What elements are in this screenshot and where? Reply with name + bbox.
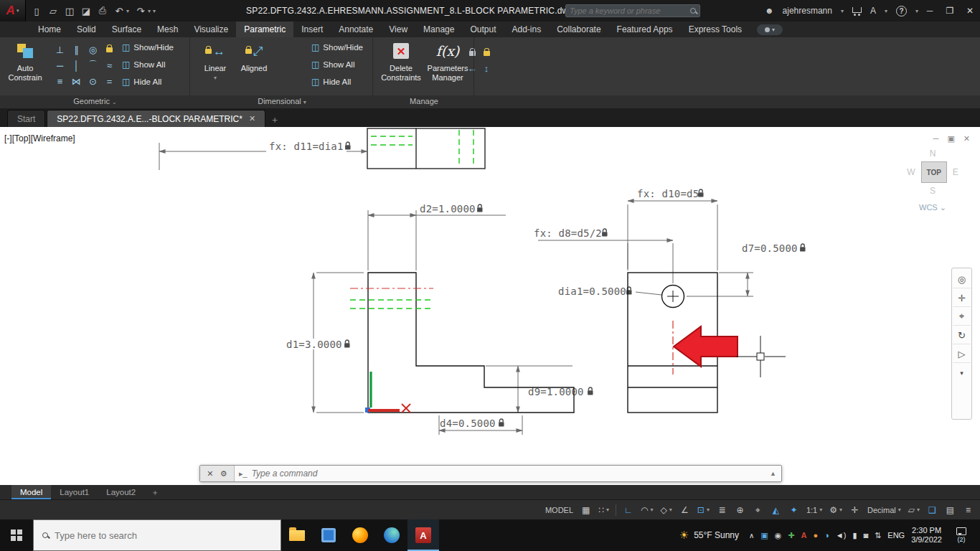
ortho-mode-toggle[interactable]	[620, 502, 636, 518]
lock-constraint-icon[interactable]	[484, 47, 490, 58]
close-button[interactable]: ✕	[960, 0, 980, 22]
command-line[interactable]: ✕ ⚙ ▸_ ▲	[199, 465, 782, 482]
dimension-form-icon[interactable]: ↕	[484, 63, 489, 74]
weather-widget[interactable]: ☀ 55°F Sunny	[679, 529, 739, 542]
units-button[interactable]: Decimal	[864, 502, 904, 518]
redo-icon[interactable]: ↷	[136, 6, 146, 17]
dimensional-show-all-button[interactable]: Show All	[311, 57, 373, 72]
tab-featured-apps[interactable]: Featured Apps	[609, 22, 681, 37]
tab-add-ins[interactable]: Add-ins	[504, 22, 550, 37]
dimension-labels[interactable]: fx: d11=dia1 d2=1.0000 d1=3.0000 d9=1.00…	[269, 141, 798, 429]
viewcube-top-face[interactable]: TOP	[921, 161, 947, 183]
remote-desktop-tray-icon[interactable]	[760, 531, 768, 540]
firefox-icon[interactable]	[344, 519, 376, 551]
viewport-minimize-icon[interactable]: ─	[933, 134, 939, 143]
snap-mode-toggle[interactable]	[595, 502, 612, 518]
parameters-manager-button[interactable]: f(x) Parameters Manager	[425, 39, 470, 83]
globe-tray-icon[interactable]	[775, 531, 782, 540]
dimensional-flyout-icon[interactable]: ▾	[303, 99, 306, 105]
viewport-close-icon[interactable]: ✕	[963, 134, 970, 143]
pan-icon[interactable]	[953, 289, 971, 307]
new-icon[interactable]: ▯	[32, 6, 42, 17]
start-button[interactable]	[0, 519, 33, 551]
model-tab[interactable]: Model	[11, 485, 51, 499]
ucs-icon[interactable]	[365, 372, 410, 413]
viewcube-north[interactable]: N	[930, 149, 936, 159]
autodesk-tray-icon[interactable]	[801, 531, 807, 540]
taskbar-search[interactable]	[33, 519, 281, 551]
top-view-geometry[interactable]	[367, 128, 485, 169]
drawing-viewport[interactable]: fx: d11=dia1 d2=1.0000 d1=3.0000 d9=1.00…	[0, 127, 980, 485]
tab-surface[interactable]: Surface	[104, 22, 149, 37]
annotation-arrow[interactable]	[674, 326, 738, 367]
viewcube[interactable]: N W TOP E S WCS ⌄	[897, 149, 969, 212]
lineweight-toggle[interactable]	[714, 502, 730, 518]
help-icon[interactable]: ?	[896, 6, 907, 17]
app-menu-button[interactable]: A▾	[0, 0, 26, 22]
tab-view[interactable]: View	[381, 22, 415, 37]
start-tab[interactable]: Start	[7, 110, 45, 127]
object-snap-toggle[interactable]	[694, 502, 712, 518]
signed-in-user[interactable]: ajehresmann	[783, 6, 832, 16]
dimensional-hide-all-button[interactable]: Hide All	[311, 75, 373, 89]
user-menu-caret-icon[interactable]: ▾	[841, 8, 844, 14]
drawing-tab[interactable]: SP22.DFTG.2432.A.E...-BLOCK PARAMETRIC*✕	[47, 110, 265, 127]
viewport-controls-label[interactable]: [-][Top][Wireframe]	[4, 133, 75, 143]
orange-app-tray-icon[interactable]	[814, 531, 819, 540]
layout1-tab[interactable]: Layout1	[51, 485, 98, 499]
annotation-scale-button[interactable]: 1:1	[804, 502, 825, 518]
tab-home[interactable]: Home	[30, 22, 69, 37]
command-close-icon[interactable]: ✕	[207, 469, 213, 479]
isometric-drafting-toggle[interactable]	[658, 502, 675, 518]
tab-insert[interactable]: Insert	[293, 22, 331, 37]
new-drawing-tab-button[interactable]: ＋	[267, 113, 283, 127]
delete-constraints-button[interactable]: ✕ Delete Constraints	[380, 39, 423, 83]
manage-panel-label[interactable]: Manage	[374, 97, 474, 105]
tab-mesh[interactable]: Mesh	[149, 22, 186, 37]
isolate-objects-button[interactable]	[905, 502, 923, 518]
polar-tracking-toggle[interactable]	[638, 502, 656, 518]
restore-button[interactable]: ❐	[940, 0, 960, 22]
headset-icon[interactable]	[863, 531, 868, 540]
shield-tray-icon[interactable]	[788, 531, 794, 540]
geometric-panel-label[interactable]: Geometric ⌄	[0, 97, 190, 105]
drawing-canvas[interactable]: fx: d11=dia1 d2=1.0000 d1=3.0000 d9=1.00…	[0, 127, 980, 485]
help-search-box[interactable]	[565, 4, 700, 17]
hidden-icons-chevron[interactable]	[749, 532, 754, 540]
qat-menu-icon[interactable]: ▾	[153, 8, 156, 14]
user-avatar-icon[interactable]: ☻	[765, 6, 774, 16]
search-icon[interactable]	[690, 8, 696, 14]
taskbar-search-input[interactable]	[55, 530, 272, 541]
notification-center-button[interactable]: (2)	[948, 527, 974, 543]
tangent-icon[interactable]	[85, 57, 101, 73]
cart-icon[interactable]	[852, 7, 862, 13]
battery-icon[interactable]	[852, 531, 857, 540]
top-view-selected-hidden-lines[interactable]	[371, 130, 473, 167]
clock[interactable]: 2:30 PM 3/9/2022	[911, 526, 942, 545]
annotation-visibility-toggle[interactable]	[768, 502, 784, 518]
zoom-icon[interactable]	[953, 308, 971, 326]
selection-cycling-toggle[interactable]	[732, 502, 748, 518]
minimize-button[interactable]: ─	[920, 0, 940, 22]
grid-display-toggle[interactable]	[578, 502, 594, 518]
tab-express-tools[interactable]: Express Tools	[681, 22, 750, 37]
photos-icon[interactable]	[313, 519, 344, 551]
undo-icon[interactable]: ↶	[114, 6, 124, 17]
model-space-toggle[interactable]: MODEL	[542, 502, 576, 518]
front-view-hidden-hole-lines[interactable]	[350, 300, 433, 309]
tab-collaborate[interactable]: Collaborate	[549, 22, 608, 37]
symmetric-icon[interactable]	[68, 73, 85, 89]
language-indicator[interactable]: ENG	[887, 531, 905, 540]
fix-icon[interactable]	[101, 42, 118, 57]
command-customize-icon[interactable]: ⚙	[220, 469, 227, 479]
geometric-show-hide-button[interactable]: Show/Hide	[122, 40, 188, 55]
orbit-icon[interactable]	[953, 326, 971, 344]
viewcube-south[interactable]: S	[930, 186, 936, 196]
navbar-menu-icon[interactable]	[953, 364, 971, 382]
open-icon[interactable]: ▱	[48, 6, 58, 17]
aligned-dimension-button[interactable]: ⤢ Aligned	[235, 39, 273, 73]
save-as-icon[interactable]: ◪	[81, 6, 91, 17]
navigation-bar[interactable]	[951, 268, 972, 420]
parallel-icon[interactable]	[68, 42, 85, 57]
volume-icon[interactable]	[836, 531, 847, 540]
